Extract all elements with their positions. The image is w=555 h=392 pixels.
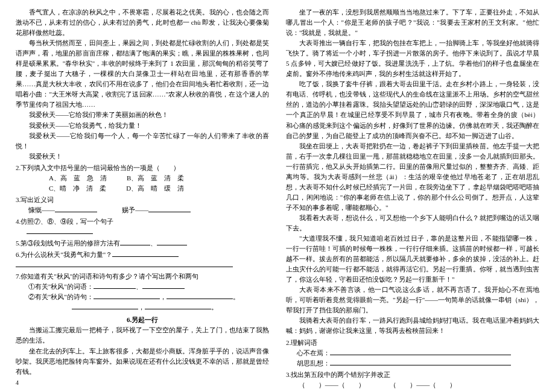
body-paragraph: 我爱秋天——它给我勇气，给我力量！ xyxy=(16,121,269,131)
r-q2a-label: 心不在焉： xyxy=(297,349,330,356)
q5-text: 5.第③段划线句子运用的修辞方法有 xyxy=(16,239,120,247)
question-7b: ②有关"秋风"的诗句：，。 xyxy=(16,292,269,302)
fill-blank[interactable] xyxy=(120,239,150,245)
fill-blank[interactable] xyxy=(72,303,138,309)
r-question-2b: 胡思乱想： xyxy=(286,358,539,368)
question-6: 6.为什么说秋天"我勇气和力量"？ xyxy=(16,250,269,260)
section-title-6: 6.另起一行 xyxy=(16,315,269,325)
r-question-2: 2.理解词语 xyxy=(286,338,539,348)
r-q3-pair-a[interactable]: （ ）——（ ） xyxy=(299,381,365,388)
q3-label-a: 慷慨—— xyxy=(28,206,55,213)
body-paragraph: 我爱秋天！ xyxy=(16,151,269,162)
q6-text: 6.为什么说秋天"我勇气和力量"？ xyxy=(16,251,112,258)
body-paragraph: 我爱秋天——它给我们每一个人，每一个辛苦忙碌了一年的人们带来了丰收的喜悦！ xyxy=(16,131,269,151)
question-4-line xyxy=(16,227,269,237)
story-paragraph: 大表哥本来不善言谈，他一口气说这么多话，就不再言语了。我开始心不在焉地听，可听着… xyxy=(286,285,539,315)
page-number: 4 xyxy=(16,378,19,388)
question-5: 5.第③段划线句子运用的修辞方法有、 xyxy=(16,238,269,248)
question-7a: ①有关"秋风"的词语：、 xyxy=(16,282,269,292)
q5-sep: 、 xyxy=(150,239,157,247)
r-question-3-parens: （ ）——（ ） （ ）——（ ） xyxy=(286,380,539,390)
question-4: 4.仿照⑦、⑧、⑨段，写一个句子 xyxy=(16,217,269,227)
story-paragraph: 坐在北去的列车上。车上旅客很多，大都是些小商贩。浑身脏乎乎的，说话声音像吵架。我… xyxy=(16,346,269,377)
body-paragraph: 我爱秋天——它给我们带来了美丽如画的秋色！ xyxy=(16,110,269,120)
story-paragraph: 我骑着大表哥的自行车，一路风行跑到县城给妈妈打电话。我在电话里冲着妈妈大喊：妈妈… xyxy=(286,315,539,336)
body-paragraph: 香气宜人，在凉凉的秋风之中，不畏寒霜，尽展着花之优美。我的心，也会随之而激动不已… xyxy=(16,7,269,38)
r-question-2a: 心不在焉： xyxy=(286,348,539,358)
fill-blank[interactable] xyxy=(112,251,179,257)
question-7b-line2: ，。 xyxy=(16,302,269,312)
fill-blank[interactable] xyxy=(55,206,97,212)
fill-blank[interactable] xyxy=(145,303,211,309)
question-2-options-cd: C、晴 净 清 柔 D、高 晴 缓 清 xyxy=(16,183,269,194)
story-paragraph: "大道理我不懂，我只知道咱老百姓过日子，靠的是这整片田，不能指望哪一株，一行一行… xyxy=(286,233,539,285)
q7b-label: ②有关"秋风"的诗句： xyxy=(28,293,94,300)
fill-blank[interactable] xyxy=(330,359,511,365)
story-paragraph: 我看着大表哥，想说什么，可又想他一个乡下人能明白什么？就把到嘴边的话又咽下去。 xyxy=(286,213,539,233)
r-q3-pair-b[interactable]: （ ）——（ ） xyxy=(390,381,456,388)
question-3: 3.写出近义词 xyxy=(16,195,269,205)
question-3-line: 慷慨—— 赐予—— xyxy=(16,205,269,215)
story-paragraph: 我坐在田埂上，大表哥把鞋扔在一边，卷起裤子下到田里插秧苗。他左手提一大把苗，右手… xyxy=(286,141,539,213)
fill-blank[interactable] xyxy=(94,293,160,299)
q3-label-b: 赐予—— xyxy=(122,206,148,213)
r-question-3: 3.找出第五段中的两个错别字并改正 xyxy=(286,370,539,380)
q7a-label: ①有关"秋风"的词语： xyxy=(28,283,94,290)
fill-blank[interactable] xyxy=(94,283,136,289)
body-paragraph: 每当秋天悄然而至，田间垄上，果园之间，到处都是忙碌收割的人们，到处都是笑语声声，… xyxy=(16,38,269,110)
fill-blank[interactable] xyxy=(27,228,93,234)
fill-blank[interactable] xyxy=(148,206,191,212)
r-q2b-label: 胡思乱想： xyxy=(297,359,330,367)
fill-blank[interactable] xyxy=(166,293,233,299)
question-2: 2.下列填入文中括号里的一组词最恰当的一项是（ ） xyxy=(16,163,269,173)
question-6-line2 xyxy=(16,260,269,270)
fill-blank[interactable] xyxy=(330,349,511,355)
fill-blank[interactable] xyxy=(157,239,187,245)
question-2-options-ab: A、高 蓝 急 清 B、高 蓝 清 柔 xyxy=(16,173,269,183)
fill-blank[interactable] xyxy=(16,261,233,267)
story-paragraph: 当搬运工搬完最后一把椅子，我环视了一下空空的屋子，关上了门，也结束了我熟悉的生活… xyxy=(16,325,269,346)
fill-blank[interactable] xyxy=(142,283,185,289)
story-paragraph: 大表哥推出一辆自行车，把我的包挂在车把上，一抬脚骑上车，等我坐好他就骑得飞快了。… xyxy=(286,38,539,79)
story-paragraph: 吃了饭，我换了套牛仔裤，跟着大哥去田里干活。走在乡村小路上，一身轻装，没有电话、… xyxy=(286,79,539,141)
story-paragraph: 坐了一夜的车，没想到我居然顺顺当当地熬过来了。下了车，正要往外走，不知从哪儿冒出… xyxy=(286,7,539,38)
question-7: 7.你知道有关"秋风"的词语和诗句有多少？请个写出两个和两句 xyxy=(16,271,269,282)
